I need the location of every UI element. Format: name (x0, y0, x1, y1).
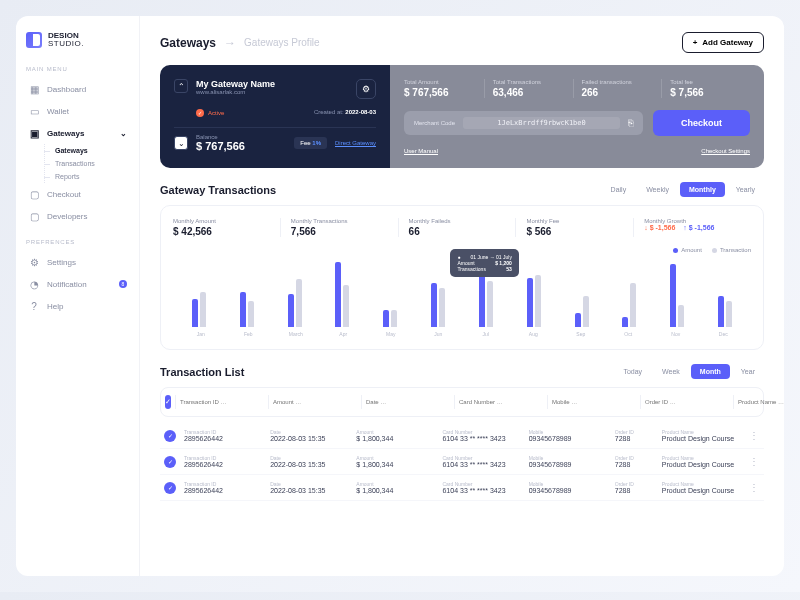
filter-input[interactable] (268, 395, 361, 409)
filter-input[interactable] (175, 395, 268, 409)
table-row[interactable]: ✓ Transaction ID2895626442 Date2022-08-0… (160, 423, 764, 449)
x-axis-label: Jun (415, 331, 463, 337)
bar-group[interactable] (512, 275, 556, 328)
metric-item: Monthly Amount$ 42,566 (173, 218, 281, 237)
filter-input[interactable] (361, 395, 454, 409)
breadcrumb-root[interactable]: Gateways (160, 36, 216, 50)
bar-group[interactable] (225, 292, 269, 327)
row-checkbox[interactable]: ✓ (164, 456, 176, 468)
x-axis-label: Jan (177, 331, 225, 337)
filter-input[interactable] (640, 395, 733, 409)
x-axis-label: Aug (510, 331, 558, 337)
nav-help[interactable]: ?Help (26, 295, 129, 317)
bar-group[interactable] (703, 296, 747, 328)
filter-input[interactable] (733, 395, 784, 409)
subnav-reports[interactable]: Reports (45, 170, 129, 183)
list-tab-year[interactable]: Year (732, 364, 764, 379)
nav-checkout[interactable]: ▢Checkout (26, 183, 129, 205)
stat-item: Total fee$ 7,566 (670, 79, 750, 98)
checkout-settings-link[interactable]: Checkout Settings (701, 148, 750, 154)
nav-wallet[interactable]: ▭Wallet (26, 100, 129, 122)
check-icon: ✓ (196, 109, 204, 117)
breadcrumb-current: Gateways Profile (244, 37, 320, 48)
table-row[interactable]: ✓ Transaction ID2895626442 Date2022-08-0… (160, 475, 764, 501)
bar-group[interactable] (320, 262, 364, 327)
x-axis-label: March (272, 331, 320, 337)
transaction-table: ✓ Transaction ID2895626442 Date2022-08-0… (160, 423, 764, 501)
gateway-settings-button[interactable]: ⚙ (356, 79, 376, 99)
section-title-list: Transaction List (160, 366, 244, 378)
tab-daily[interactable]: Daily (602, 182, 636, 197)
folder-icon: ▣ (28, 127, 40, 139)
stat-item: Total Transactions63,466 (493, 79, 574, 98)
menu-section-main: Main Menu (26, 66, 129, 72)
x-axis-label: Nov (652, 331, 700, 337)
fee-badge: Fee 1% (294, 137, 327, 149)
x-axis-label: May (367, 331, 415, 337)
logo-text: DESIONSTUDIO. (48, 32, 84, 48)
nav-settings[interactable]: ⚙Settings (26, 251, 129, 273)
x-axis-label: Feb (225, 331, 273, 337)
nav-dashboard[interactable]: ▦Dashboard (26, 78, 129, 100)
subnav-transactions[interactable]: Transactions (45, 157, 129, 170)
user-manual-link[interactable]: User Manual (404, 148, 438, 154)
nav-gateways[interactable]: ▣Gateways⌄ (26, 122, 129, 144)
breadcrumb: Gateways → Gateways Profile (160, 36, 320, 50)
list-tab-today[interactable]: Today (614, 364, 651, 379)
expand-down-button[interactable]: ⌄ (174, 136, 188, 150)
bar-group[interactable] (368, 310, 412, 328)
row-menu-button[interactable]: ⋮ (748, 430, 760, 441)
bar-group[interactable] (416, 283, 460, 327)
list-tab-week[interactable]: Week (653, 364, 689, 379)
tab-weekly[interactable]: Weekly (637, 182, 678, 197)
gear-icon: ⚙ (362, 84, 370, 94)
nav-notification[interactable]: ◔Notification8 (26, 273, 129, 295)
table-row[interactable]: ✓ Transaction ID2895626442 Date2022-08-0… (160, 449, 764, 475)
merchant-code-box: Merchant Code 1JeLxBrrdff9rbwcK1be0 ⎘ (404, 111, 643, 135)
plus-icon: + (693, 38, 698, 47)
filter-input[interactable] (547, 395, 640, 409)
table-toolbar: ✓ ⇱ (160, 387, 764, 417)
row-checkbox[interactable]: ✓ (164, 482, 176, 494)
list-tab-month[interactable]: Month (691, 364, 730, 379)
sidebar: DESIONSTUDIO. Main Menu ▦Dashboard ▭Wall… (16, 16, 140, 576)
direct-gateway-link[interactable]: Direct Gateway (335, 140, 376, 146)
bar-group[interactable] (560, 296, 604, 327)
logo[interactable]: DESIONSTUDIO. (26, 32, 129, 48)
row-checkbox[interactable]: ✓ (164, 430, 176, 442)
x-axis-label: Oct (605, 331, 653, 337)
bar-group[interactable] (655, 264, 699, 327)
filter-input[interactable] (454, 395, 547, 409)
grid-icon: ▦ (28, 83, 40, 95)
bar-group[interactable] (607, 283, 651, 327)
bar-group[interactable] (177, 292, 221, 327)
cart-icon: ▢ (28, 188, 40, 200)
logo-icon (26, 32, 42, 48)
notification-badge: 8 (119, 280, 127, 288)
page-header: Gateways → Gateways Profile +Add Gateway (160, 32, 764, 53)
gateway-url: www.alisarlak.com (196, 89, 275, 95)
bar-group[interactable] (464, 275, 508, 328)
metric-item: Monthly Fee$ 566 (526, 218, 634, 237)
tab-monthly[interactable]: Monthly (680, 182, 725, 197)
select-all-checkbox[interactable]: ✓ (165, 395, 171, 409)
checkout-button[interactable]: Checkout (653, 110, 750, 136)
stat-item: Total Amount$ 767,566 (404, 79, 485, 98)
nav-gateways-sub: Gateways Transactions Reports (44, 144, 129, 183)
collapse-up-button[interactable]: ⌃ (174, 79, 188, 93)
subnav-gateways[interactable]: Gateways (45, 144, 129, 157)
x-axis-label: Sep (557, 331, 605, 337)
tab-yearly[interactable]: Yearly (727, 182, 764, 197)
code-icon: ▢ (28, 210, 40, 222)
x-axis-label: Jul (462, 331, 510, 337)
row-menu-button[interactable]: ⋮ (748, 482, 760, 493)
copy-icon[interactable]: ⎘ (628, 118, 633, 128)
section-title-transactions: Gateway Transactions (160, 184, 276, 196)
add-gateway-button[interactable]: +Add Gateway (682, 32, 764, 53)
help-icon: ? (28, 300, 40, 312)
gateway-info-panel: ⌃ My Gateway Name www.alisarlak.com ⚙ ✓A… (160, 65, 390, 168)
row-menu-button[interactable]: ⋮ (748, 456, 760, 467)
nav-developers[interactable]: ▢Developers (26, 205, 129, 227)
bar-group[interactable] (273, 279, 317, 327)
metric-item: Monthly Faileds66 (409, 218, 517, 237)
